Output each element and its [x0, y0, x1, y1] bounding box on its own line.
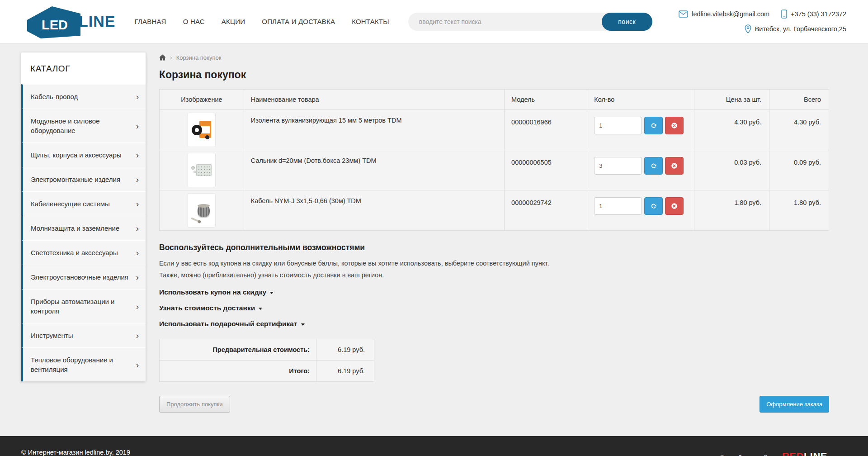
sidebar-item-cable-systems[interactable]: Кабеленесущие системы› — [21, 191, 146, 216]
footer-info: © Интернет-магазин ledline.by, 2019 Вите… — [21, 447, 130, 456]
sidebar-item-wiring-accessories[interactable]: Электроустановочные изделия› — [21, 265, 146, 289]
home-icon[interactable] — [159, 54, 166, 61]
quantity-input[interactable] — [594, 197, 642, 215]
catalog-sidebar: КАТАЛОГ Кабель-провод› Модульное и силов… — [21, 52, 146, 381]
envelope-icon — [679, 10, 688, 18]
email-text: ledline.vitebsk@gmail.com — [692, 10, 769, 18]
caret-down-icon — [259, 308, 262, 310]
refresh-icon — [650, 122, 657, 129]
update-quantity-button[interactable] — [644, 117, 663, 134]
sidebar-item-heating-ventilation[interactable]: Тепловое оборудование и вентиляция› — [21, 347, 146, 381]
gift-certificate-accordion-toggle[interactable]: Использовать подарочный сертификат — [159, 320, 305, 328]
location-pin-icon — [745, 24, 751, 33]
nav-contacts[interactable]: КОНТАКТЫ — [352, 18, 389, 25]
extras-section: Воспользуйтесь дополнительными возможнос… — [159, 243, 829, 328]
times-circle-icon — [671, 162, 678, 169]
gift-accordion-label: Использовать подарочный сертификат — [159, 320, 297, 328]
extras-title: Воспользуйтесь дополнительными возможнос… — [159, 243, 829, 252]
row-total: 1.80 руб. — [769, 190, 829, 231]
footer-developer: Разработка сайта REDLINE — [720, 447, 827, 456]
sidebar-item-lightning-grounding[interactable]: Молнизащита и заземление› — [21, 216, 146, 240]
caret-down-icon — [301, 323, 305, 326]
gland-blister-graphic — [196, 164, 212, 176]
sidebar-item-label: Кабеленесущие системы — [31, 199, 110, 209]
sidebar-item-cable-wire[interactable]: Кабель-провод› — [21, 84, 146, 109]
chevron-right-icon: › — [136, 151, 139, 159]
site-footer: © Интернет-магазин ledline.by, 2019 Вите… — [0, 436, 868, 456]
shipping-estimate-accordion-toggle[interactable]: Узнать стоимость доставки — [159, 304, 262, 312]
grand-total-row: Итого: 6.19 руб. — [160, 361, 374, 382]
email-contact[interactable]: ledline.vitebsk@gmail.com — [679, 10, 769, 18]
product-name[interactable]: Кабель NYM-J 3x1,5-0,66 (30м) TDM — [244, 190, 504, 231]
page-title: Корзина покупок — [159, 69, 829, 81]
subtotal-row: Предварительная стоимость: 6.19 руб. — [160, 339, 374, 361]
table-row: Изолента вулканизирующая 15 мм 5 метров … — [160, 110, 829, 150]
cable-tail-graphic — [191, 217, 200, 223]
chevron-right-icon: › — [136, 175, 139, 184]
redline-logo[interactable]: REDLINE — [782, 451, 827, 456]
totals-table: Предварительная стоимость: 6.19 руб. Ито… — [159, 339, 374, 382]
gland-part-graphic — [191, 166, 195, 170]
quantity-input[interactable] — [594, 117, 642, 134]
sidebar-item-modular-power[interactable]: Модульное и силовое оборудование› — [21, 109, 146, 142]
nav-payment-delivery[interactable]: ОПЛАТА И ДОСТАВКА — [262, 18, 335, 25]
remove-item-button[interactable] — [665, 197, 684, 215]
ledline-logo[interactable]: LED LINE — [26, 5, 115, 38]
col-qty: Кол-во — [587, 90, 694, 110]
chevron-right-icon: › — [136, 273, 139, 281]
sidebar-item-label: Светотехника и аксессуары — [31, 248, 118, 257]
sidebar-item-label: Молнизащита и заземление — [31, 223, 119, 233]
product-name[interactable]: Изолента вулканизирующая 15 мм 5 метров … — [244, 110, 504, 150]
nav-promos[interactable]: АКЦИИ — [222, 18, 245, 25]
product-image-insulating-tape[interactable] — [188, 113, 216, 147]
sidebar-item-tools[interactable]: Инструменты› — [21, 323, 146, 347]
unit-price: 0.03 руб. — [694, 150, 769, 190]
update-quantity-button[interactable] — [644, 157, 663, 175]
product-name[interactable]: Сальник d=20мм (Dотв.бокса 23мм) TDM — [244, 150, 504, 190]
col-name: Наименование товара — [244, 90, 504, 110]
coupon-accordion-toggle[interactable]: Использовать купон на скидку — [159, 288, 274, 296]
remove-item-button[interactable] — [665, 157, 684, 175]
phone-icon — [781, 10, 787, 19]
sidebar-item-label: Кабель-провод — [31, 92, 78, 101]
sidebar-item-label: Электроустановочные изделия — [31, 272, 128, 282]
cart-actions: Продолжить покупки Оформление заказа — [159, 396, 829, 413]
quantity-input[interactable] — [594, 157, 642, 175]
logo-led-text: LED — [42, 18, 68, 32]
sidebar-item-boards-cases[interactable]: Щиты, корпуса и аксессуары› — [21, 142, 146, 167]
sidebar-item-label: Щиты, корпуса и аксессуары — [31, 150, 122, 160]
unit-price: 4.30 руб. — [694, 110, 769, 150]
cable-coil-graphic — [198, 205, 210, 217]
product-image-gland[interactable] — [188, 153, 216, 187]
product-model: 00000029742 — [505, 190, 587, 231]
remove-item-button[interactable] — [665, 117, 684, 134]
continue-shopping-button[interactable]: Продолжить покупки — [159, 396, 230, 413]
caret-down-icon — [270, 292, 274, 294]
chevron-right-icon: › — [136, 224, 139, 233]
gland-part-graphic — [193, 171, 196, 173]
catalog-title: КАТАЛОГ — [21, 52, 146, 84]
times-circle-icon — [671, 203, 678, 209]
sidebar-item-lighting[interactable]: Светотехника и аксессуары› — [21, 240, 146, 265]
product-image-cable[interactable] — [188, 193, 216, 228]
breadcrumb: › Корзина покупок — [159, 52, 829, 61]
shipping-accordion-label: Узнать стоимость доставки — [159, 304, 255, 312]
developer-label: Разработка сайта — [720, 454, 774, 456]
sidebar-item-label: Тепловое оборудование и вентиляция — [31, 355, 133, 374]
col-model: Модель — [505, 90, 587, 110]
refresh-icon — [650, 162, 657, 169]
sidebar-item-automation[interactable]: Приборы автоматизации и контроля› — [21, 289, 146, 323]
search-button[interactable]: поиск — [602, 13, 652, 31]
search-box: поиск — [408, 13, 652, 31]
extras-text-line2: Также, можно (приблизительно) узнать сто… — [159, 270, 829, 280]
sidebar-item-electro-install[interactable]: Электромонтажные изделия› — [21, 167, 146, 191]
site-header: LED LINE ГЛАВНАЯ О НАС АКЦИИ ОПЛАТА И ДО… — [0, 0, 868, 43]
nav-about[interactable]: О НАС — [183, 18, 205, 25]
col-total: Всего — [769, 90, 829, 110]
update-quantity-button[interactable] — [644, 197, 663, 215]
address-contact: Витебск, ул. Горбачевского,25 — [679, 24, 846, 33]
checkout-button[interactable]: Оформление заказа — [760, 396, 829, 413]
table-row: Сальник d=20мм (Dотв.бокса 23мм) TDM 000… — [160, 150, 829, 190]
main-content: › Корзина покупок Корзина покупок Изобра… — [159, 52, 829, 413]
nav-home[interactable]: ГЛАВНАЯ — [134, 18, 166, 25]
